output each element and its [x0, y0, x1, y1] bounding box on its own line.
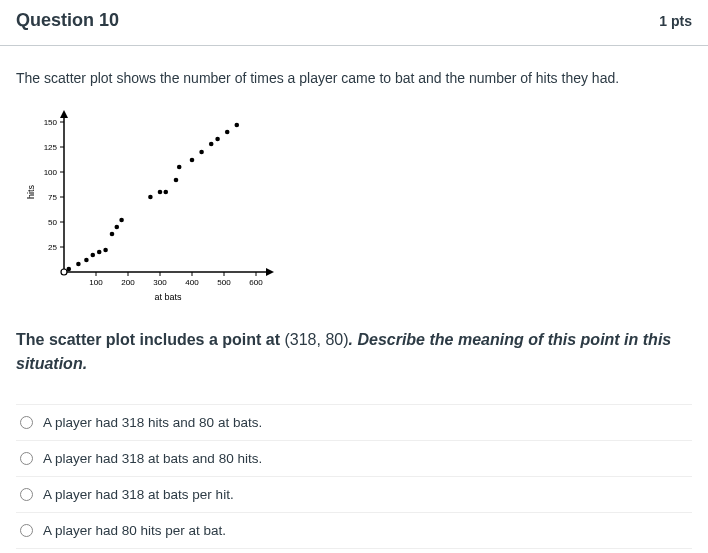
svg-text:25: 25 [48, 243, 57, 252]
svg-point-43 [174, 178, 179, 183]
answer-text: A player had 318 hits and 80 at bats. [43, 415, 262, 430]
svg-point-45 [190, 158, 195, 163]
radio-icon[interactable] [20, 524, 33, 537]
svg-text:100: 100 [44, 168, 58, 177]
svg-point-41 [158, 190, 163, 195]
svg-text:50: 50 [48, 218, 57, 227]
svg-text:150: 150 [44, 118, 58, 127]
svg-text:200: 200 [121, 278, 135, 287]
svg-marker-3 [266, 268, 274, 276]
svg-text:600: 600 [249, 278, 263, 287]
answer-list: A player had 318 hits and 80 at bats.A p… [16, 404, 692, 549]
prompt-text: The scatter plot includes a point at (31… [16, 328, 692, 376]
svg-point-35 [97, 250, 102, 255]
svg-point-34 [91, 253, 96, 258]
radio-icon[interactable] [20, 452, 33, 465]
scatter-plot: 255075100125150100200300400500600at bats… [22, 104, 692, 304]
svg-text:300: 300 [153, 278, 167, 287]
answer-text: A player had 318 at bats per hit. [43, 487, 234, 502]
answer-option-0[interactable]: A player had 318 hits and 80 at bats. [16, 405, 692, 441]
svg-point-38 [115, 225, 120, 230]
svg-point-4 [61, 269, 67, 275]
answer-option-2[interactable]: A player had 318 at bats per hit. [16, 477, 692, 513]
intro-text: The scatter plot shows the number of tim… [16, 70, 692, 86]
svg-marker-2 [60, 110, 68, 118]
question-title: Question 10 [16, 10, 119, 31]
question-points: 1 pts [659, 13, 692, 29]
prompt-point: (318, 80) [284, 331, 348, 348]
svg-point-37 [110, 232, 115, 237]
answer-option-1[interactable]: A player had 318 at bats and 80 hits. [16, 441, 692, 477]
svg-point-39 [119, 218, 124, 223]
svg-point-44 [177, 165, 182, 170]
svg-point-36 [103, 248, 108, 253]
radio-icon[interactable] [20, 488, 33, 501]
svg-point-49 [225, 130, 230, 135]
svg-point-42 [163, 190, 168, 195]
answer-text: A player had 80 hits per at bat. [43, 523, 226, 538]
question-header: Question 10 1 pts [0, 0, 708, 46]
svg-point-32 [76, 262, 81, 267]
svg-point-48 [215, 137, 220, 142]
svg-text:400: 400 [185, 278, 199, 287]
radio-icon[interactable] [20, 416, 33, 429]
svg-text:hits: hits [26, 185, 36, 200]
svg-point-50 [235, 123, 240, 128]
svg-text:125: 125 [44, 143, 58, 152]
question-body: The scatter plot shows the number of tim… [0, 46, 708, 549]
svg-point-46 [199, 150, 204, 155]
answer-text: A player had 318 at bats and 80 hits. [43, 451, 262, 466]
svg-text:500: 500 [217, 278, 231, 287]
prompt-bold: The scatter plot includes a point at [16, 331, 284, 348]
svg-text:100: 100 [89, 278, 103, 287]
svg-point-31 [67, 267, 72, 272]
answer-option-3[interactable]: A player had 80 hits per at bat. [16, 513, 692, 549]
svg-point-47 [209, 142, 214, 147]
svg-text:75: 75 [48, 193, 57, 202]
svg-point-40 [148, 195, 153, 200]
svg-text:at bats: at bats [154, 292, 182, 302]
svg-point-33 [84, 258, 89, 263]
